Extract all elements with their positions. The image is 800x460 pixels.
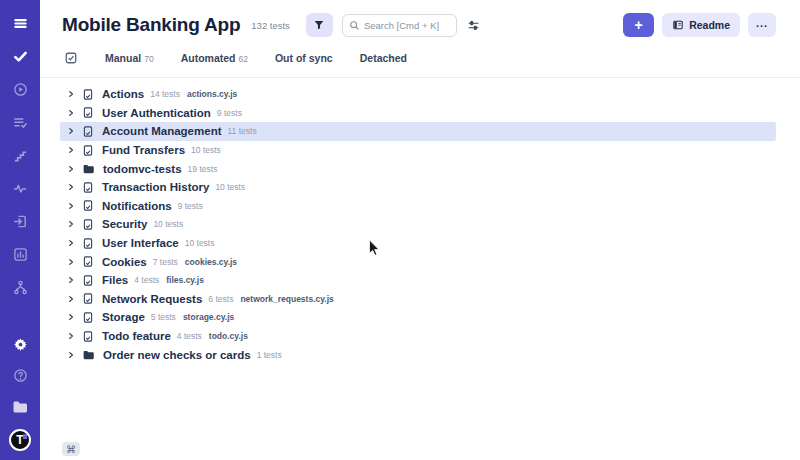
suite-name: Cookies: [102, 256, 147, 268]
chevron-right-icon[interactable]: [67, 239, 75, 247]
search-input[interactable]: [364, 20, 450, 31]
file-icon: [82, 274, 94, 287]
chevron-right-icon[interactable]: [67, 183, 75, 191]
chevron-right-icon[interactable]: [67, 258, 75, 266]
file-icon: [82, 237, 94, 250]
spec-file-name: files.cy.js: [166, 275, 204, 285]
chevron-right-icon[interactable]: [67, 332, 75, 340]
chevron-right-icon[interactable]: [67, 146, 75, 154]
funnel-icon: [313, 19, 325, 31]
play-circle-icon[interactable]: [12, 81, 29, 98]
suite-test-count: 7 tests: [153, 257, 178, 267]
chevron-right-icon[interactable]: [67, 276, 75, 284]
sidebar-top-icons: [12, 15, 29, 312]
suite-test-count: 10 tests: [153, 219, 183, 229]
suite-test-count: 6 tests: [208, 294, 233, 304]
tab[interactable]: Automated 62: [181, 52, 248, 64]
list-check-icon[interactable]: [12, 114, 29, 131]
total-tests-count: 132 tests: [251, 20, 290, 31]
suite-test-count: 14 tests: [150, 89, 180, 99]
test-suite-row[interactable]: Files 4 tests files.cy.js: [60, 271, 776, 290]
tab[interactable]: Out of sync: [275, 52, 333, 64]
chevron-right-icon[interactable]: [67, 165, 75, 173]
suite-name: User Interface: [102, 237, 179, 249]
avatar-accent: [23, 434, 27, 439]
login-icon[interactable]: [12, 213, 29, 230]
suite-name: Actions: [102, 88, 144, 100]
test-suite-row[interactable]: Fund Transfers 10 tests: [60, 141, 776, 160]
tab[interactable]: Manual 70: [105, 52, 154, 64]
suite-name: Storage: [102, 311, 145, 323]
test-suite-row[interactable]: Cookies 7 tests cookies.cy.js: [60, 252, 776, 271]
tab[interactable]: Detached: [360, 52, 407, 64]
suite-name: Security: [102, 218, 147, 230]
search-icon: [349, 20, 360, 31]
gear-icon[interactable]: [12, 336, 29, 353]
test-suite-row[interactable]: Storage 5 tests storage.cy.js: [60, 308, 776, 327]
spec-file-name: network_requests.cy.js: [240, 294, 333, 304]
test-suite-row[interactable]: Notifications 9 tests: [60, 197, 776, 216]
file-icon: [82, 311, 94, 324]
activity-icon[interactable]: [12, 180, 29, 197]
book-icon: [672, 19, 684, 31]
test-suite-row[interactable]: Transaction History 10 tests: [60, 178, 776, 197]
add-button[interactable]: +: [623, 13, 654, 37]
more-button[interactable]: ...: [748, 13, 776, 37]
user-avatar[interactable]: T: [9, 429, 31, 451]
main-content: Mobile Banking App 132 tests +: [40, 0, 800, 460]
suite-name: Transaction History: [102, 181, 209, 193]
chevron-right-icon[interactable]: [67, 313, 75, 321]
test-suite-row[interactable]: todomvc-tests 19 tests: [60, 159, 776, 178]
suite-name: Account Management: [102, 125, 222, 137]
suite-name: Network Requests: [102, 293, 202, 305]
spec-file-name: cookies.cy.js: [185, 257, 237, 267]
bar-chart-icon[interactable]: [12, 246, 29, 263]
tab-bar: Manual 70 Automated 62 Out of sync Detac…: [40, 46, 800, 78]
search-box: [342, 14, 457, 37]
suite-name: Files: [102, 274, 128, 286]
test-suite-row[interactable]: Security 10 tests: [60, 215, 776, 234]
spec-file-name: storage.cy.js: [183, 312, 234, 322]
chevron-right-icon[interactable]: [67, 220, 75, 228]
test-suite-row[interactable]: Todo feature 4 tests todo.cy.js: [60, 327, 776, 346]
sidebar-bottom-icons: [12, 336, 29, 429]
suite-name: Notifications: [102, 200, 172, 212]
cmd-shortcut-badge[interactable]: ⌘: [62, 442, 80, 456]
select-all-icon[interactable]: [64, 51, 78, 65]
adjustments-icon[interactable]: [467, 19, 480, 32]
chevron-right-icon[interactable]: [67, 295, 75, 303]
folder-icon: [82, 163, 95, 175]
test-suite-row[interactable]: Account Management 11 tests: [60, 122, 776, 141]
test-suite-row[interactable]: Actions 14 tests actions.cy.js: [60, 85, 776, 104]
suite-test-count: 9 tests: [178, 201, 203, 211]
suite-name: Fund Transfers: [102, 144, 185, 156]
chevron-right-icon[interactable]: [67, 109, 75, 117]
tab-label: Out of sync: [275, 52, 333, 64]
git-branch-icon[interactable]: [12, 279, 29, 296]
header-actions: + Readme ...: [623, 13, 776, 37]
chevron-right-icon[interactable]: [67, 351, 75, 359]
help-icon[interactable]: [12, 367, 29, 384]
stairs-icon[interactable]: [12, 147, 29, 164]
file-icon: [82, 181, 94, 194]
readme-button[interactable]: Readme: [662, 13, 740, 37]
readme-label: Readme: [689, 19, 730, 31]
test-suite-row[interactable]: Order new checks or cards 1 tests: [60, 345, 776, 364]
test-suite-row[interactable]: Network Requests 6 tests network_request…: [60, 290, 776, 309]
filter-button[interactable]: [306, 13, 333, 37]
suite-test-count: 10 tests: [215, 182, 245, 192]
suite-test-count: 9 tests: [217, 108, 242, 118]
menu-icon[interactable]: [12, 15, 29, 32]
chevron-right-icon[interactable]: [67, 127, 75, 135]
suite-name: Todo feature: [102, 330, 171, 342]
chevron-right-icon[interactable]: [67, 90, 75, 98]
tab-count: 70: [144, 54, 153, 64]
folder-icon[interactable]: [12, 398, 29, 415]
file-icon: [82, 144, 94, 157]
suite-test-count: 19 tests: [188, 164, 218, 174]
check-icon[interactable]: [12, 48, 29, 65]
test-suite-row[interactable]: User Interface 10 tests: [60, 234, 776, 253]
tab-label: Detached: [360, 52, 407, 64]
chevron-right-icon[interactable]: [67, 202, 75, 210]
test-suite-row[interactable]: User Authentication 9 tests: [60, 104, 776, 123]
